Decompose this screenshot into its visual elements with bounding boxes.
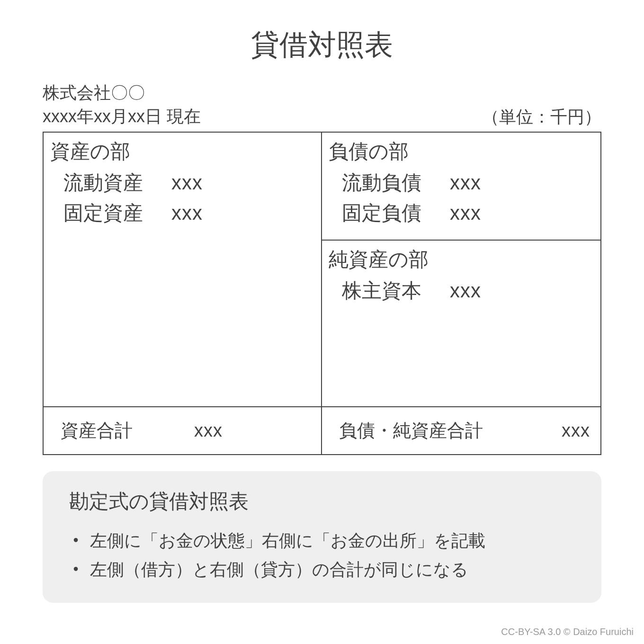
line-value: xxx bbox=[450, 171, 481, 194]
assets-body: 流動資産 xxx 固定資産 xxx bbox=[50, 170, 312, 397]
line-label: 固定負債 bbox=[342, 200, 421, 226]
liabilities-equity-total-cell: 負債・純資産合計 xxx bbox=[322, 407, 600, 454]
note-bullet: 左側（借方）と右側（貸方）の合計が同じになる bbox=[73, 555, 580, 584]
company-name: 株式会社〇〇 bbox=[43, 81, 201, 105]
bs-main-row: 資産の部 流動資産 xxx 固定資産 xxx 負債の部 流動負債 xxx bbox=[44, 133, 600, 406]
assets-total-cell: 資産合計 xxx bbox=[44, 407, 322, 454]
unit-label: （単位：千円） bbox=[482, 106, 601, 129]
assets-total-value: xxx bbox=[185, 420, 223, 441]
equity-heading: 純資産の部 bbox=[329, 246, 591, 273]
note-list: 左側に「お金の状態」右側に「お金の出所」を記載 左側（借方）と右側（貸方）の合計… bbox=[64, 526, 580, 584]
liabilities-equity-total-label: 負債・純資産合計 bbox=[339, 419, 483, 443]
line-label: 株主資本 bbox=[342, 277, 421, 304]
line-value: xxx bbox=[450, 202, 481, 224]
date-line: xxxx年xx月xx日 現在 bbox=[43, 105, 201, 128]
note-bullet: 左側に「お金の状態」右側に「お金の出所」を記載 bbox=[73, 526, 580, 555]
assets-column: 資産の部 流動資産 xxx 固定資産 xxx bbox=[44, 133, 322, 406]
line-item: 流動資産 xxx bbox=[50, 170, 312, 196]
line-item: 株主資本 xxx bbox=[329, 277, 591, 304]
company-date-block: 株式会社〇〇 xxxx年xx月xx日 現在 bbox=[43, 81, 201, 129]
balance-sheet-table: 資産の部 流動資産 xxx 固定資産 xxx 負債の部 流動負債 xxx bbox=[43, 132, 601, 455]
equity-section: 純資産の部 株主資本 xxx bbox=[322, 241, 600, 406]
header-row: 株式会社〇〇 xxxx年xx月xx日 現在 （単位：千円） bbox=[43, 81, 601, 129]
liabilities-section: 負債の部 流動負債 xxx 固定負債 xxx bbox=[322, 133, 600, 241]
assets-total-label: 資産合計 bbox=[61, 419, 133, 443]
note-box: 勘定式の貸借対照表 左側に「お金の状態」右側に「お金の出所」を記載 左側（借方）… bbox=[43, 471, 601, 603]
assets-heading: 資産の部 bbox=[50, 138, 312, 165]
line-value: xxx bbox=[171, 202, 203, 224]
line-item: 固定負債 xxx bbox=[329, 200, 591, 226]
totals-row: 資産合計 xxx 負債・純資産合計 xxx bbox=[44, 406, 600, 454]
line-value: xxx bbox=[171, 171, 203, 194]
attribution-text: CC-BY-SA 3.0 © Daizo Furuichi bbox=[501, 626, 634, 637]
line-item: 固定資産 xxx bbox=[50, 200, 312, 226]
line-label: 流動資産 bbox=[63, 170, 143, 196]
line-value: xxx bbox=[450, 279, 481, 302]
line-item: 流動負債 xxx bbox=[329, 170, 591, 196]
liabilities-equity-total-value: xxx bbox=[552, 420, 590, 441]
liabilities-equity-column: 負債の部 流動負債 xxx 固定負債 xxx 純資産の部 株主資本 xxx bbox=[322, 133, 600, 406]
line-label: 流動負債 bbox=[342, 170, 421, 196]
liabilities-heading: 負債の部 bbox=[329, 138, 591, 165]
page-title: 貸借対照表 bbox=[43, 26, 601, 64]
line-label: 固定資産 bbox=[63, 200, 143, 226]
note-title: 勘定式の貸借対照表 bbox=[64, 488, 580, 515]
equity-body: 株主資本 xxx bbox=[329, 277, 591, 367]
